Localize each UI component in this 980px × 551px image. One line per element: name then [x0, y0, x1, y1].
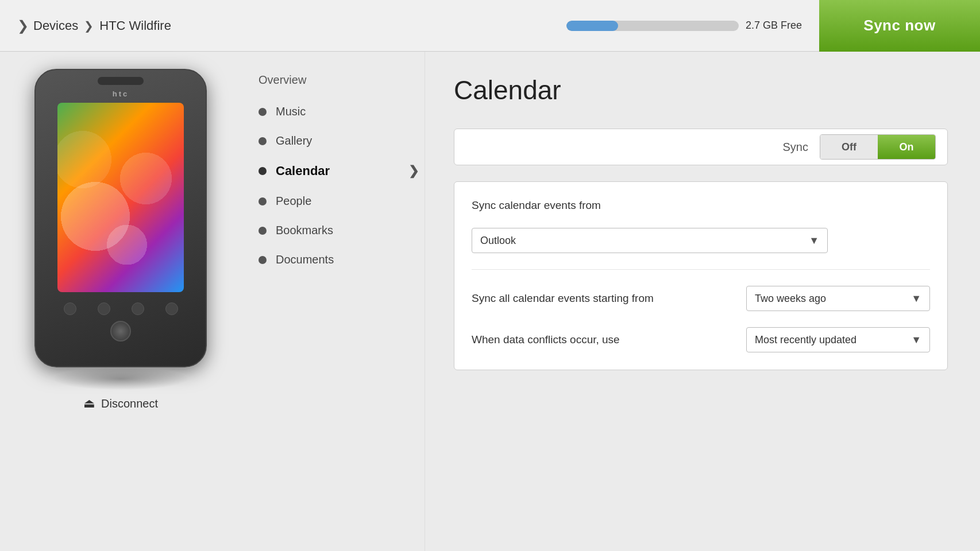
sidebar-item-bookmarks[interactable]: Bookmarks — [241, 216, 425, 245]
phone-bottom-bar — [36, 302, 206, 315]
phone-screen — [57, 103, 184, 292]
sync-toggle-group: Off On — [820, 134, 936, 160]
storage-progress-fill — [566, 21, 618, 31]
breadcrumb: ❯ Devices ❯ HTC Wildfire — [0, 18, 549, 34]
sidebar-item-overview[interactable]: Overview — [241, 69, 425, 91]
sidebar-item-label: Documents — [276, 253, 334, 266]
sidebar-item-label: Music — [276, 105, 306, 118]
source-dropdown-row: Outlook ▼ — [472, 228, 930, 253]
sync-now-button[interactable]: Sync now — [819, 0, 980, 52]
source-setting-row: Sync calendar events from — [472, 199, 930, 212]
date-range-dropdown[interactable]: Two weeks ago ▼ — [746, 286, 930, 311]
source-dropdown-value: Outlook — [480, 235, 516, 247]
date-range-dropdown-value: Two weeks ago — [755, 293, 826, 305]
storage-progress-background — [566, 21, 739, 31]
nav-dot-icon — [258, 197, 267, 205]
disconnect-button[interactable]: ⏏ Disconnect — [83, 396, 158, 411]
sidebar-item-label: Bookmarks — [276, 224, 333, 237]
phone-top-bar — [98, 77, 144, 85]
sync-toggle-row: Sync Off On — [454, 129, 948, 165]
sidebar-item-music[interactable]: Music — [241, 97, 425, 126]
nav-dot-icon — [258, 256, 267, 264]
breadcrumb-separator: ❯ — [84, 19, 94, 33]
nav-dot-icon — [258, 137, 267, 145]
storage-bar-area: 2.7 GB Free — [549, 20, 819, 32]
setting-divider — [472, 269, 930, 270]
sidebar-item-gallery[interactable]: Gallery — [241, 126, 425, 156]
phone-screen-bubbles — [57, 103, 184, 292]
date-range-setting-row: Sync all calendar events starting from T… — [472, 286, 930, 311]
phone-shadow — [52, 367, 190, 390]
chevron-right-icon: ❯ — [408, 164, 419, 179]
left-panel: htc ⏏ Disconnect — [0, 52, 241, 551]
sidebar-nav: Overview Music Gallery Calendar ❯ People… — [241, 52, 425, 551]
storage-text: 2.7 GB Free — [746, 20, 802, 32]
nav-dot-icon — [258, 227, 267, 235]
topbar: ❯ Devices ❯ HTC Wildfire 2.7 GB Free Syn… — [0, 0, 980, 52]
nav-dot-icon — [258, 108, 267, 116]
disconnect-label: Disconnect — [101, 397, 158, 410]
source-label: Sync calendar events from — [472, 199, 930, 212]
phone-menu-btn — [132, 302, 144, 315]
main-content: htc ⏏ Disconnect Overview M — [0, 52, 980, 551]
phone-body: htc — [34, 69, 207, 367]
phone-illustration: htc — [29, 69, 213, 390]
phone-back-btn — [64, 302, 76, 315]
phone-home-button — [110, 321, 131, 342]
sidebar-item-label: Calendar — [276, 164, 330, 179]
toggle-on-button[interactable]: On — [878, 135, 935, 159]
date-range-dropdown-arrow-icon: ▼ — [911, 293, 921, 305]
source-dropdown-arrow-icon: ▼ — [809, 235, 819, 247]
conflict-setting-row: When data conflicts occur, use Most rece… — [472, 327, 930, 352]
content-panel: Calendar Sync Off On Sync calendar event… — [425, 52, 980, 551]
date-range-label: Sync all calendar events starting from — [472, 292, 746, 305]
settings-box: Sync calendar events from Outlook ▼ Sync… — [454, 181, 948, 370]
conflict-dropdown[interactable]: Most recently updated ▼ — [746, 327, 930, 352]
conflict-dropdown-arrow-icon: ▼ — [911, 334, 921, 346]
breadcrumb-devices[interactable]: Devices — [33, 18, 78, 33]
breadcrumb-device-name[interactable]: HTC Wildfire — [99, 18, 171, 33]
source-dropdown[interactable]: Outlook ▼ — [472, 228, 828, 253]
page-title: Calendar — [454, 75, 951, 106]
sync-label: Sync — [466, 141, 820, 154]
eject-icon: ⏏ — [83, 396, 95, 411]
sidebar-item-label: Gallery — [276, 134, 312, 148]
sync-now-label: Sync now — [863, 17, 935, 34]
phone-brand-logo: htc — [36, 90, 206, 98]
phone-home-key — [98, 302, 110, 315]
sidebar-item-people[interactable]: People — [241, 187, 425, 216]
phone-search-btn — [165, 302, 178, 315]
breadcrumb-arrow-icon: ❯ — [17, 18, 29, 34]
sidebar-item-documents[interactable]: Documents — [241, 245, 425, 274]
conflict-label: When data conflicts occur, use — [472, 333, 746, 346]
sidebar-item-calendar[interactable]: Calendar ❯ — [241, 156, 425, 187]
conflict-dropdown-value: Most recently updated — [755, 334, 856, 346]
nav-dot-icon — [258, 167, 267, 175]
sidebar-item-label: People — [276, 195, 311, 208]
toggle-off-button[interactable]: Off — [820, 135, 878, 159]
